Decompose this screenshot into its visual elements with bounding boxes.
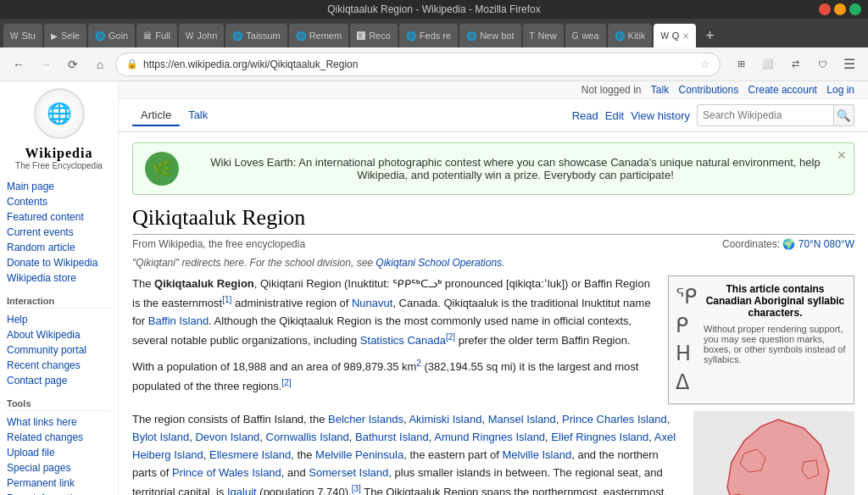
bookmark-icon[interactable]: ☆ [700, 58, 709, 70]
tab-newb[interactable]: 🌐 New bot [459, 24, 520, 47]
address-bar[interactable]: 🔒 https://en.wikipedia.org/wiki/Qikiqtaa… [115, 53, 721, 76]
tab-label-wiki: Q [672, 31, 680, 41]
tab-reco[interactable]: 🅺 Reco [350, 24, 398, 47]
tab-label-newb: New bot [480, 31, 514, 41]
tab-tais[interactable]: 🌐 Taissum [225, 24, 287, 47]
sidebar-item-special[interactable]: Special pages [7, 460, 111, 476]
sidebar-item-donate[interactable]: Donate to Wikipedia [7, 255, 111, 270]
titlebar-controls[interactable] [819, 3, 861, 15]
sidebar-item-store[interactable]: Wikipedia store [7, 270, 111, 286]
minimize-btn[interactable] [834, 3, 846, 15]
titlebar: Qikiqtaaluk Region - Wikipedia - Mozilla… [0, 0, 868, 19]
tab-stu[interactable]: W Stu [3, 24, 42, 47]
sidebar-item-current-events[interactable]: Current events [7, 225, 111, 240]
sidebar-icon[interactable]: ⊞ [729, 53, 753, 76]
link-devon[interactable]: Devon Island [195, 431, 259, 443]
wiki-logo: 🌐 [7, 88, 111, 139]
action-read[interactable]: Read [572, 109, 598, 122]
tab-john[interactable]: W John [179, 24, 224, 47]
tab-goin[interactable]: 🌐 Goin [88, 24, 135, 47]
action-edit[interactable]: Edit [605, 109, 624, 122]
sidebar-item-contents[interactable]: Contents [7, 194, 111, 209]
link-akimiski[interactable]: Akimiski Island [409, 413, 481, 425]
sidebar-item-upload[interactable]: Upload file [7, 445, 111, 460]
search-input[interactable] [698, 105, 833, 125]
from-text: From Wikipedia, the free encyclopedia [132, 238, 305, 250]
sidebar-item-what-links[interactable]: What links here [7, 414, 111, 430]
banner-close-button[interactable]: ✕ [837, 148, 847, 162]
tab-weat[interactable]: G wea [565, 24, 606, 47]
syllabics-char2: ᑭ [676, 312, 697, 341]
create-account-link[interactable]: Create account [748, 84, 817, 96]
tab-favicon-reco: 🅺 [357, 31, 365, 41]
reload-button[interactable]: ⟳ [61, 53, 85, 76]
link-cornwallis[interactable]: Cornwallis Island [266, 431, 349, 443]
close-btn[interactable] [819, 3, 831, 15]
sidebar-item-main-page[interactable]: Main page [7, 179, 111, 194]
redirect-link[interactable]: Qikiqtani School Operations [376, 257, 502, 269]
syllabics-char3: ᕼ [676, 340, 697, 369]
sidebar-item-community[interactable]: Community portal [7, 342, 111, 358]
sidebar-item-help[interactable]: Help [7, 312, 111, 327]
maximize-btn[interactable] [849, 3, 861, 15]
link-prince-charles[interactable]: Prince Charles Island [562, 413, 667, 425]
coordinates-value[interactable]: 70°N 080°W [798, 238, 854, 250]
home-button[interactable]: ⌂ [88, 53, 112, 76]
sidebar-item-random[interactable]: Random article [7, 240, 111, 255]
link-iqaluit[interactable]: Iqaluit [227, 486, 257, 495]
link-bathurst[interactable]: Bathurst Island [355, 431, 429, 443]
action-history[interactable]: View history [631, 109, 690, 122]
link-amund[interactable]: Amund Ringnes Island [434, 431, 545, 443]
link-ellef[interactable]: Ellef Ringnes Island [551, 431, 648, 443]
link-melville-isl[interactable]: Melville Island [503, 448, 572, 461]
screenshot-icon[interactable]: ⬜ [756, 53, 780, 76]
link-prince-wales[interactable]: Prince of Wales Island [172, 466, 281, 479]
contributions-link[interactable]: Contributions [679, 84, 739, 96]
link-baffin[interactable]: Baffin Island [148, 314, 209, 327]
tab-favicon-newb: 🌐 [466, 31, 476, 41]
tab-talk[interactable]: Talk [180, 105, 216, 126]
forward-button[interactable]: → [34, 53, 58, 76]
link-mansel[interactable]: Mansel Island [488, 413, 556, 425]
menu-button[interactable]: ☰ [837, 53, 861, 76]
titlebar-title: Qikiqtaaluk Region - Wikipedia - Mozilla… [327, 3, 540, 15]
search-box[interactable]: 🔍 [697, 104, 854, 126]
sidebar-item-recent[interactable]: Recent changes [7, 358, 111, 373]
link-nunavut[interactable]: Nunavut [352, 297, 392, 309]
link-melville-pen[interactable]: Melville Peninsula [315, 448, 403, 461]
tab-newt[interactable]: T New [523, 24, 564, 47]
link-bylot[interactable]: Bylot Island [132, 431, 189, 443]
sidebar-item-related-changes[interactable]: Related changes [7, 430, 111, 445]
tab-sel[interactable]: ▶ Sele [44, 24, 86, 47]
link-stats-canada[interactable]: Statistics Canada [360, 334, 446, 347]
shield-icon[interactable]: 🛡 [810, 53, 834, 76]
coordinates-label: Coordinates: [722, 238, 780, 250]
redirect-note-text: Qikiqtani" redirects here. For the schoo… [136, 257, 376, 269]
sidebar-item-about[interactable]: About Wikipedia [7, 327, 111, 342]
tab-favicon-john: W [186, 31, 193, 41]
tab-feds[interactable]: 🌐 Feds re [399, 24, 458, 47]
link-ellesmere[interactable]: Ellesmere Island [209, 448, 291, 461]
infobox: ᕿ ᑭ ᕼ ᐃ This article contains Canadian A… [668, 275, 854, 404]
link-belcher[interactable]: Belcher Islands [328, 413, 403, 425]
tab-full[interactable]: 🏛 Full [136, 24, 177, 47]
tab-wiki[interactable]: W Q ✕ [654, 24, 696, 47]
log-in-link[interactable]: Log in [826, 84, 854, 96]
sync-icon[interactable]: ⇄ [783, 53, 807, 76]
tab-article[interactable]: Article [132, 105, 180, 126]
tools-heading: Tools [7, 398, 111, 411]
sidebar-item-page-info[interactable]: Page information [7, 491, 111, 495]
search-button[interactable]: 🔍 [833, 105, 854, 125]
tab-kitik[interactable]: 🌐 Kitik [608, 24, 653, 47]
tab-reme[interactable]: 🌐 Remem [289, 24, 349, 47]
new-tab-button[interactable]: + [698, 24, 721, 47]
tab-close-wiki[interactable]: ✕ [682, 31, 689, 41]
sidebar-item-contact[interactable]: Contact page [7, 373, 111, 388]
back-button[interactable]: ← [7, 53, 31, 76]
sidebar-item-featured[interactable]: Featured content [7, 209, 111, 225]
link-somerset[interactable]: Somerset Island [309, 466, 388, 479]
talk-link[interactable]: Talk [651, 84, 669, 96]
navbar: ← → ⟳ ⌂ 🔒 https://en.wikipedia.org/wiki/… [0, 47, 868, 81]
not-logged-text: Not logged in [581, 84, 642, 96]
sidebar-item-permanent[interactable]: Permanent link [7, 476, 111, 491]
